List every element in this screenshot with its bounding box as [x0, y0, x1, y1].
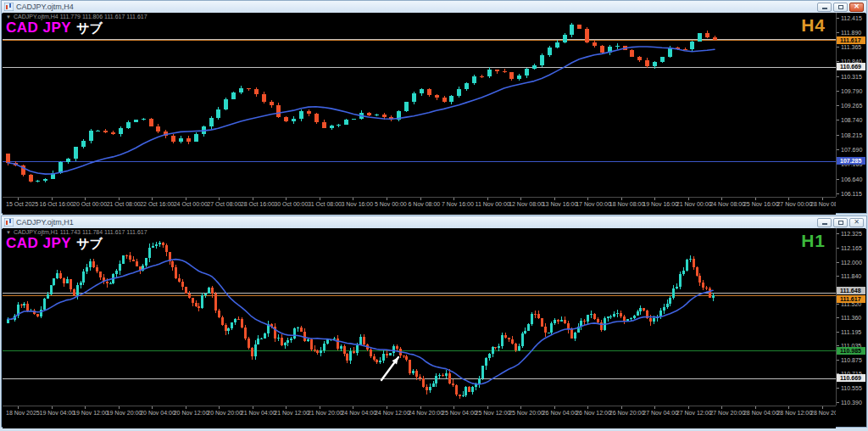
price-level-box: 110.985	[837, 347, 865, 355]
restore-button[interactable]	[833, 3, 848, 12]
window-titlebar[interactable]: CADJPY.ojtm,H4 ✕	[2, 1, 866, 14]
time-tick-label: 19 Nov 12:00	[73, 410, 108, 417]
timeframe-label: H4	[801, 15, 826, 36]
time-tick-label: 24 Nov 04:00	[341, 410, 376, 417]
time-tick-label: 24 Oct 00:00	[174, 201, 208, 208]
restore-icon	[838, 5, 843, 9]
time-tick-label: 24 Nov 12:00	[375, 410, 410, 417]
restore-button[interactable]	[833, 218, 848, 227]
time-tick-label: 28 Nov 12:00	[776, 410, 812, 417]
price-tick-label: 112.165	[837, 245, 865, 252]
price-tick-label: 108.740	[837, 117, 865, 124]
price-tick-label: 112.325	[837, 231, 865, 238]
price-tick-label: 111.840	[837, 273, 865, 280]
time-tick-label: 21 Nov 00:00	[676, 201, 712, 208]
price-scale[interactable]: 112.325112.165112.000111.840111.680111.5…	[837, 228, 865, 426]
minimize-button[interactable]	[817, 3, 832, 12]
price-tick-label: 110.555	[837, 385, 865, 392]
chart-window-h1: CADJPY.ojtm,H1 ✕ ▼CADJPY.ojtm,H1 111.743…	[1, 216, 867, 428]
symbol-watermark: CAD JPYサブ	[6, 20, 103, 36]
chart-icon	[4, 218, 14, 227]
time-tick-label: 24 Nov 08:00	[709, 201, 745, 208]
time-tick-label: 16 Oct 16:00	[40, 201, 74, 208]
price-tick-label: 112.415	[837, 15, 865, 22]
price-tick-label: 111.360	[837, 315, 865, 322]
time-tick-label: 18 Nov 2025	[6, 410, 40, 417]
ohlc-text: CADJPY.ojtm,H1 111.743 111.784 111.617 1…	[14, 229, 147, 235]
time-tick-label: 31 Oct 08:00	[308, 201, 342, 208]
watermark-sub: サブ	[76, 236, 103, 250]
price-scale[interactable]: 112.415111.890111.365110.840110.315109.7…	[837, 13, 865, 212]
time-tick-label: 28 Nov 20:00	[810, 410, 836, 417]
chart-plot-area[interactable]: ▼CADJPY.ojtm,H4 111.779 111.806 111.617 …	[3, 13, 837, 197]
time-tick-label: 15 Oct 2025	[6, 201, 38, 208]
time-tick-label: 27 Oct 08:00	[207, 201, 241, 208]
time-tick-label: 21 Nov 12:00	[274, 410, 309, 417]
time-tick-label: 6 Nov 08:00	[409, 201, 441, 208]
price-tick-label: 111.890	[837, 30, 865, 36]
time-tick-label: 20 Nov 12:00	[174, 410, 209, 417]
time-tick-label: 12 Nov 08:00	[509, 201, 544, 208]
time-tick-label: 19 Nov 04:00	[40, 410, 75, 417]
window-titlebar[interactable]: CADJPY.ojtm,H1 ✕	[2, 216, 866, 229]
price-tick-label: 107.690	[837, 147, 865, 154]
candlestick-chart	[3, 13, 836, 197]
restore-icon	[838, 221, 843, 225]
window-title: CADJPY.ojtm,H1	[16, 218, 817, 227]
price-tick-label: 106.640	[837, 176, 865, 183]
time-tick-label: 21 Nov 20:00	[308, 410, 343, 417]
time-tick-label: 27 Nov 04:00	[643, 410, 678, 417]
time-tick-label: 21 Nov 04:00	[241, 410, 276, 417]
time-tick-label: 5 Nov 00:00	[375, 201, 407, 208]
time-tick-label: 19 Nov 20:00	[107, 410, 142, 417]
price-tick-label: 111.365	[837, 44, 865, 51]
price-level-box: 110.669	[837, 63, 865, 70]
close-button[interactable]: ✕	[849, 3, 864, 12]
price-tick-label: 108.215	[837, 132, 865, 139]
timeframe-label: H1	[801, 231, 826, 251]
price-tick-label: 109.265	[837, 103, 865, 109]
time-tick-label: 28 Nov 08:00	[810, 201, 836, 208]
chart-area: ▼CADJPY.ojtm,H4 111.779 111.806 111.617 …	[3, 13, 865, 212]
ohlc-info: ▼CADJPY.ojtm,H1 111.743 111.784 111.617 …	[6, 229, 147, 235]
minimize-icon	[822, 8, 827, 9]
chart-window-h4: CADJPY.ojtm,H4 ✕ ▼CADJPY.ojtm,H4 111.779…	[1, 0, 867, 214]
minimize-button[interactable]	[817, 218, 832, 227]
ohlc-text: CADJPY.ojtm,H4 111.779 111.806 111.617 1…	[14, 14, 147, 20]
minimize-icon	[822, 223, 827, 225]
time-tick-label: 27 Nov 20:00	[709, 410, 745, 417]
time-tick-label: 18 Nov 08:00	[609, 201, 645, 208]
time-tick-label: 25 Nov 12:00	[476, 410, 511, 417]
time-tick-label: 26 Nov 12:00	[576, 410, 611, 417]
time-tick-label: 11 Nov 00:00	[476, 201, 510, 208]
time-tick-label: 27 Nov 12:00	[676, 410, 712, 417]
time-tick-label: 7 Nov 16:00	[442, 201, 474, 208]
price-level-box: 111.648	[837, 287, 865, 294]
price-tick-label: 110.315	[837, 74, 865, 81]
price-tick-label: 109.790	[837, 88, 865, 95]
price-tick-label: 106.115	[837, 191, 865, 198]
time-tick-label: 27 Nov 00:00	[776, 201, 812, 208]
time-tick-label: 17 Nov 00:00	[576, 201, 611, 208]
price-level-box: 111.617	[837, 36, 865, 44]
watermark-sub: サブ	[76, 20, 103, 35]
time-tick-label: 19 Nov 16:00	[643, 201, 678, 208]
chart-plot-area[interactable]: ▼CADJPY.ojtm,H1 111.743 111.784 111.617 …	[3, 228, 837, 406]
time-tick-label: 26 Nov 20:00	[609, 410, 645, 417]
mdi-workspace: CADJPY.ojtm,H4 ✕ ▼CADJPY.ojtm,H4 111.779…	[0, 0, 868, 431]
symbol-watermark: CAD JPYサブ	[6, 235, 103, 252]
price-tick-label: 111.195	[837, 329, 865, 336]
watermark-symbol: CAD JPY	[6, 235, 71, 251]
time-tick-label: 24 Nov 20:00	[409, 410, 444, 417]
window-title: CADJPY.ojtm,H4	[16, 3, 817, 11]
time-tick-label: 20 Nov 04:00	[140, 410, 175, 417]
time-tick-label: 20 Nov 20:00	[207, 410, 242, 417]
time-scale[interactable]: 15 Oct 202516 Oct 16:0020 Oct 00:0021 Oc…	[3, 197, 836, 215]
close-button[interactable]: ✕	[849, 218, 864, 227]
watermark-symbol: CAD JPY	[6, 20, 71, 36]
time-tick-label: 28 Nov 04:00	[743, 410, 779, 417]
price-tick-label: 112.000	[837, 260, 865, 266]
price-level-box: 110.669	[837, 374, 865, 382]
time-scale[interactable]: 18 Nov 202519 Nov 04:0019 Nov 12:0019 No…	[3, 406, 836, 428]
price-tick-label: 110.875	[837, 357, 865, 364]
